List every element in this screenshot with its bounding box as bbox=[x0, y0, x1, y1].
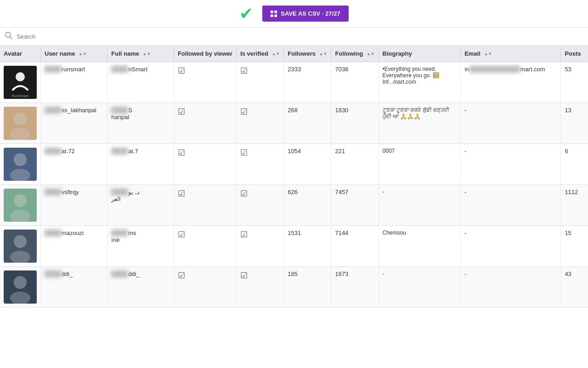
data-table: Avatar User name ▲▼ Full name ▲▼ Followe… bbox=[0, 46, 588, 308]
biography-cell: •Everything you need, Everywhere you go.… bbox=[379, 62, 461, 103]
fullname-cell: ████دـ يوالعر bbox=[107, 185, 174, 226]
followers-cell: 626 bbox=[284, 185, 331, 226]
data-table-wrap: Avatar User name ▲▼ Full name ▲▼ Followe… bbox=[0, 46, 588, 308]
success-checkmark-icon: ✔ bbox=[239, 6, 253, 22]
email-blur: ████████████ bbox=[469, 66, 520, 73]
search-input[interactable] bbox=[17, 33, 583, 40]
verified-cell bbox=[237, 185, 284, 226]
email-cell: - bbox=[461, 144, 561, 185]
checkbox-checked[interactable] bbox=[240, 272, 248, 280]
followers-cell: 2333 bbox=[284, 62, 331, 103]
svg-point-10 bbox=[14, 112, 27, 125]
svg-point-13 bbox=[14, 153, 27, 166]
fullname-cell: ████ddi_ bbox=[107, 267, 174, 308]
username-blur: ████ bbox=[45, 230, 62, 236]
verified-cell bbox=[237, 226, 284, 267]
col-header-email[interactable]: Email ▲▼ bbox=[461, 46, 561, 62]
followed-by-cell bbox=[174, 267, 236, 308]
col-header-avatar: Avatar bbox=[0, 46, 41, 62]
table-row: RunSmart ████runsmart████nSmart23337038•… bbox=[0, 62, 588, 103]
email-cell: - bbox=[461, 267, 561, 308]
grid-icon bbox=[271, 11, 277, 17]
fullname-cell: ████nSmart bbox=[107, 62, 174, 103]
username-blur: ████ bbox=[45, 189, 62, 196]
followed-by-cell bbox=[174, 226, 236, 267]
username-cell: ████mazouzi bbox=[41, 226, 107, 267]
svg-point-22 bbox=[14, 276, 27, 289]
avatar bbox=[4, 270, 37, 304]
checkbox-checked[interactable] bbox=[178, 108, 185, 116]
biography-cell: ਟੂਣਕਾ ਟੂਣਕਾ ਕਰਕੇ ਗੁੱਡੀ ਚੜ੍ਹਦੀ ਹੁੰਦੀ ਆ 🙏🙏… bbox=[379, 103, 461, 144]
email-cell: In████████████mart.com bbox=[461, 62, 561, 103]
username-blur: ████ bbox=[45, 66, 62, 73]
search-icon bbox=[5, 31, 13, 41]
svg-rect-0 bbox=[271, 11, 273, 13]
email-cell: - bbox=[461, 185, 561, 226]
followed-by-cell bbox=[174, 62, 236, 103]
table-row: ████ss_lakhanpal████Shanpal2681830ਟੂਣਕਾ … bbox=[0, 103, 588, 144]
verified-cell bbox=[237, 267, 284, 308]
followed-by-cell bbox=[174, 185, 236, 226]
save-csv-button[interactable]: SAVE AS CSV · 27/27 bbox=[262, 6, 348, 22]
svg-point-7 bbox=[16, 72, 25, 81]
table-row: ████ddi_████ddi_1851673--43 bbox=[0, 267, 588, 308]
posts-cell: 43 bbox=[561, 267, 588, 308]
followers-cell: 1054 bbox=[284, 144, 331, 185]
checkbox-checked[interactable] bbox=[240, 108, 248, 116]
username-blur: ████ bbox=[45, 107, 62, 114]
followers-cell: 185 bbox=[284, 267, 331, 308]
fullname-blur: ████ bbox=[111, 148, 128, 155]
search-bar bbox=[0, 28, 588, 46]
sort-arrows-following: ▲▼ bbox=[367, 52, 375, 56]
followed-by-cell bbox=[174, 144, 236, 185]
checkbox-checked[interactable] bbox=[240, 190, 248, 198]
fullname-blur: ████ bbox=[111, 66, 128, 73]
checkbox-checked[interactable] bbox=[178, 231, 185, 239]
checkbox-checked[interactable] bbox=[178, 149, 185, 157]
checkbox-checked[interactable] bbox=[178, 67, 185, 75]
svg-rect-2 bbox=[271, 14, 273, 17]
biography-cell: Chemsou bbox=[379, 226, 461, 267]
fullname-blur: ████ bbox=[111, 107, 128, 114]
table-row: ████vsflrqy████دـ يوالعر6267457--1112 bbox=[0, 185, 588, 226]
sort-arrows-fullname: ▲▼ bbox=[143, 52, 151, 56]
table-row: ████mazouzi████msïnè15317144Chemsou-15 bbox=[0, 226, 588, 267]
username-cell: ████at.72 bbox=[41, 144, 107, 185]
svg-line-5 bbox=[10, 37, 12, 39]
posts-cell: 6 bbox=[561, 144, 588, 185]
col-header-fullname[interactable]: Full name ▲▼ bbox=[107, 46, 174, 62]
checkbox-checked[interactable] bbox=[240, 149, 248, 157]
email-cell: - bbox=[461, 226, 561, 267]
email-cell: - bbox=[461, 103, 561, 144]
avatar-cell bbox=[0, 226, 41, 267]
checkbox-checked[interactable] bbox=[240, 231, 248, 239]
checkbox-checked[interactable] bbox=[178, 272, 185, 280]
table-header-row: Avatar User name ▲▼ Full name ▲▼ Followe… bbox=[0, 46, 588, 62]
col-header-followers[interactable]: Followers ▲▼ bbox=[284, 46, 331, 62]
sort-arrows-verified: ▲▼ bbox=[271, 52, 280, 56]
biography-cell: 0007 bbox=[379, 144, 461, 185]
following-cell: 1830 bbox=[331, 103, 379, 144]
avatar bbox=[4, 148, 37, 181]
avatar-cell bbox=[0, 267, 41, 308]
following-cell: 1673 bbox=[331, 267, 379, 308]
avatar-cell: RunSmart bbox=[0, 62, 41, 103]
avatar-cell bbox=[0, 144, 41, 185]
svg-rect-1 bbox=[275, 11, 277, 13]
sort-arrows-username: ▲▼ bbox=[79, 52, 87, 56]
col-header-verified[interactable]: Is verified ▲▼ bbox=[237, 46, 284, 62]
checkbox-checked[interactable] bbox=[178, 190, 185, 198]
verified-cell bbox=[237, 144, 284, 185]
col-header-following[interactable]: Following ▲▼ bbox=[331, 46, 379, 62]
username-cell: ████ss_lakhanpal bbox=[41, 103, 107, 144]
username-cell: ████ddi_ bbox=[41, 267, 107, 308]
avatar bbox=[4, 107, 37, 140]
col-header-username[interactable]: User name ▲▼ bbox=[41, 46, 107, 62]
sort-arrows-followers: ▲▼ bbox=[319, 52, 328, 56]
following-cell: 7457 bbox=[331, 185, 379, 226]
username-cell: ████runsmart bbox=[41, 62, 107, 103]
svg-rect-3 bbox=[275, 14, 277, 17]
checkbox-checked[interactable] bbox=[240, 67, 248, 75]
followed-by-cell bbox=[174, 103, 236, 144]
fullname-cell: ████at.7 bbox=[107, 144, 174, 185]
